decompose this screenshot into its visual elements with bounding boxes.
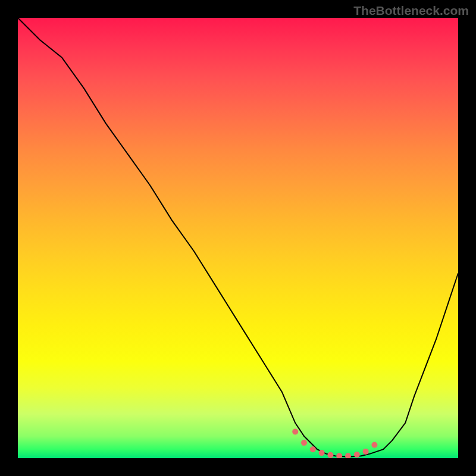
chart-plot-area <box>18 18 458 458</box>
watermark-text: TheBottleneck.com <box>353 4 469 18</box>
chart-gradient-background <box>18 18 458 458</box>
